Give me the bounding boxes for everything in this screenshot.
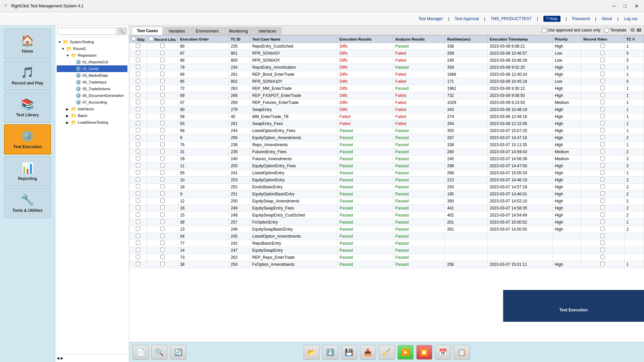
cell-record-libs[interactable] [147, 113, 178, 120]
cell-tc-name[interactable]: REP_Repo_EnterTrade [250, 254, 337, 261]
cell-skip[interactable] [129, 184, 147, 191]
cell-skip[interactable] [129, 163, 147, 170]
cell-tc-name[interactable]: ListedOptionEntry [250, 170, 337, 177]
cell-record-video[interactable] [581, 71, 624, 78]
skip-checkbox[interactable] [136, 248, 140, 252]
cell-skip[interactable] [129, 191, 147, 198]
tree-search-input[interactable] [57, 27, 116, 35]
table-row[interactable]: 15 248 EquitySwapEntry_CustSched Passed … [129, 212, 644, 219]
record-video-checkbox[interactable] [600, 205, 605, 210]
table-row[interactable]: 16 249 EquitySwapEntry_Fees Passed Passe… [129, 205, 644, 212]
cell-record-video[interactable] [581, 57, 624, 64]
skip-all-checkbox[interactable] [131, 37, 136, 41]
cell-skip[interactable] [129, 120, 147, 127]
record-video-checkbox[interactable] [600, 128, 605, 132]
cell-record-libs[interactable] [147, 156, 178, 163]
record-libs-checkbox[interactable] [160, 156, 165, 161]
tms-product-link[interactable]: TMS_PRODUCTTEST [491, 16, 532, 21]
skip-checkbox[interactable] [136, 135, 140, 139]
table-row[interactable]: 87 801 RFR_SONIA5Y Diffs Failed 269 2023… [129, 50, 644, 57]
cell-record-libs[interactable] [147, 219, 178, 226]
record-video-checkbox[interactable] [600, 72, 605, 76]
sidebar-item-reporting[interactable]: 📊 Reporting [4, 156, 51, 186]
table-row[interactable]: 90 279 SwapEntry Diffs Failed 343 2023-0… [129, 106, 644, 113]
tree-scroll-left[interactable]: ◀ [57, 356, 59, 360]
record-video-checkbox[interactable] [600, 262, 605, 266]
cell-skip[interactable] [129, 71, 147, 78]
table-row[interactable]: 29 240 Futures_Amendments Passed Passed … [129, 156, 644, 163]
test-approval-link[interactable]: Test Approval [455, 16, 479, 21]
cell-record-video[interactable] [581, 184, 624, 191]
close-button[interactable]: ✕ [633, 3, 641, 9]
tree-scroll-right[interactable]: ▶ [61, 356, 63, 360]
skip-checkbox[interactable] [136, 198, 140, 203]
cell-record-libs[interactable] [147, 233, 178, 240]
skip-checkbox[interactable] [136, 220, 140, 224]
record-libs-checkbox[interactable] [160, 227, 165, 231]
tree-node-system-testing[interactable]: ▼ 📁 SystemTesting [57, 39, 127, 45]
cell-tc-name[interactable]: EquityOptionEntry [250, 177, 337, 184]
record-video-checkbox[interactable] [600, 51, 605, 55]
record-video-checkbox[interactable] [600, 227, 605, 231]
toolbar-download-button[interactable]: ⬇️ [322, 345, 338, 360]
record-libs-checkbox[interactable] [160, 72, 165, 76]
cell-record-video[interactable] [581, 43, 624, 50]
cell-skip[interactable] [129, 148, 147, 156]
use-approved-checkbox[interactable] [542, 28, 546, 33]
table-row[interactable]: 77 242 RepoBasicEntry Passed Passed [129, 240, 644, 247]
cell-record-libs[interactable] [147, 43, 178, 50]
record-libs-checkbox[interactable] [160, 170, 165, 175]
skip-checkbox[interactable] [136, 79, 140, 83]
cell-record-libs[interactable] [147, 254, 178, 261]
skip-checkbox[interactable] [136, 163, 140, 168]
skip-checkbox[interactable] [136, 142, 140, 146]
cell-skip[interactable] [129, 64, 147, 71]
skip-checkbox[interactable] [136, 227, 140, 231]
table-row[interactable]: 80 235 RepoEntry_CustSched Diffs Passed … [129, 43, 644, 50]
tree-node-load-stress[interactable]: ▶ 📁 LoadStressTesting [57, 119, 127, 126]
record-video-checkbox[interactable] [600, 255, 605, 259]
cell-record-libs[interactable] [147, 99, 178, 106]
record-video-checkbox[interactable] [600, 220, 605, 224]
cell-record-video[interactable] [581, 148, 624, 156]
cell-record-libs[interactable] [147, 191, 178, 198]
skip-checkbox[interactable] [136, 255, 140, 259]
cell-record-video[interactable] [581, 226, 624, 233]
record-libs-checkbox[interactable] [160, 163, 165, 168]
cell-skip[interactable] [129, 106, 147, 113]
sidebar-item-test-library[interactable]: 📚 Test Library [4, 93, 51, 123]
record-libs-checkbox[interactable] [160, 128, 165, 132]
record-libs-checkbox[interactable] [160, 65, 165, 69]
record-video-checkbox[interactable] [600, 121, 605, 125]
table-row[interactable]: 39 257 FxOptionEntry Passed Passed 201 2… [129, 219, 644, 226]
record-libs-checkbox[interactable] [160, 234, 165, 238]
cell-tc-name[interactable]: RFR_SONIA5Y [250, 50, 337, 57]
cell-tc-name[interactable]: RepoBasicEntry [250, 240, 337, 247]
skip-checkbox[interactable] [136, 100, 140, 104]
cell-record-libs[interactable] [147, 261, 178, 268]
tab-interfaces[interactable]: Interfaces [254, 27, 281, 35]
cell-skip[interactable] [129, 261, 147, 268]
cell-tc-name[interactable]: RepoEntry_Amortization [250, 64, 337, 71]
cell-tc-name[interactable]: EquitySwapEntry [250, 247, 337, 254]
cell-record-libs[interactable] [147, 205, 178, 212]
record-video-checkbox[interactable] [600, 198, 605, 203]
tree-node-interfaces[interactable]: ▶ 📁 Interfaces [57, 106, 127, 112]
cell-skip[interactable] [129, 205, 147, 212]
table-row[interactable]: 93 281 SwapEntry_Fees Failed Failed 354 … [129, 120, 644, 127]
record-libs-checkbox[interactable] [160, 114, 165, 118]
cell-skip[interactable] [129, 113, 147, 120]
skip-checkbox[interactable] [136, 205, 140, 210]
record-video-checkbox[interactable] [600, 177, 605, 182]
cell-tc-name[interactable]: EquityOptionBasicEntry [250, 191, 337, 198]
cell-tc-name[interactable]: EquityOption_Amendments [250, 134, 337, 141]
cell-tc-name[interactable]: MM_EnterTrade_TB [250, 113, 337, 120]
cell-skip[interactable] [129, 240, 147, 247]
tree-node-01-reports-gui[interactable]: ⚙️ 01_ReportsGUI [57, 59, 127, 65]
sidebar-item-tools-utilities[interactable]: 🔧 Tools & Utilities [4, 188, 51, 218]
tree-node-03-market-data[interactable]: ⚙️ 03_MarketData [57, 72, 127, 79]
skip-checkbox[interactable] [136, 86, 140, 90]
cell-record-video[interactable] [581, 163, 624, 170]
record-libs-checkbox[interactable] [160, 177, 165, 182]
record-libs-checkbox[interactable] [160, 213, 165, 217]
